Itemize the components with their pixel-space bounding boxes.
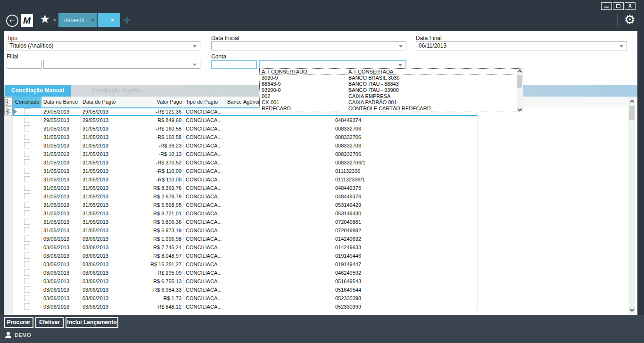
conciliado-checkbox[interactable]: [24, 185, 30, 191]
conciliado-checkbox[interactable]: [24, 193, 30, 199]
empty-cell: [378, 277, 478, 286]
filial-code-input[interactable]: [7, 60, 41, 69]
column-header-conciliado[interactable]: Conciliado: [13, 97, 41, 107]
table-row[interactable]: 31/05/201331/05/2013R$ 9.806,36CONCILIAC…: [13, 218, 478, 226]
scroll-down-icon[interactable]: [518, 106, 522, 111]
conciliado-checkbox[interactable]: [24, 210, 30, 216]
grid-config-button[interactable]: [4, 97, 13, 106]
toolbar-tab-dataedit[interactable]: dataedit ×: [58, 13, 97, 27]
conciliado-checkbox[interactable]: [24, 253, 30, 259]
conta-dropdown-item[interactable]: 002CAIXA EMPRESA: [260, 93, 517, 99]
scroll-up-icon[interactable]: [630, 99, 634, 104]
back-button[interactable]: ←: [6, 15, 18, 27]
table-row[interactable]: 03/06/201303/06/2013R$ 6.755,13CONCILIAC…: [13, 277, 478, 286]
efetivar-button[interactable]: Efetivar: [35, 317, 64, 328]
conciliado-checkbox[interactable]: [24, 270, 30, 276]
table-row[interactable]: 31/05/201331/05/2013R$ 8.721,01CONCILIAC…: [13, 209, 478, 218]
conciliado-checkbox[interactable]: [24, 236, 30, 242]
empty-cell: [378, 175, 478, 184]
conta-dropdown-item[interactable]: CX-001CAIXA PADRÃO 001: [260, 99, 517, 106]
conciliado-checkbox[interactable]: [24, 261, 30, 267]
conta-dropdown-item[interactable]: 3030-9BANCO BRASIL 3030: [260, 75, 517, 81]
data-do-pagto-cell: 31/05/2013: [81, 150, 121, 158]
table-row[interactable]: 31/05/201331/05/2013-R$ 110,00CONCILIACA…: [13, 175, 478, 184]
table-row[interactable]: 03/06/201303/06/2013R$ 7.745,24CONCILIAC…: [13, 243, 478, 252]
agencia-cell: [241, 175, 266, 184]
filial-combo[interactable]: [43, 60, 200, 69]
grid-vertical-scrollbar[interactable]: [628, 97, 635, 314]
conciliado-checkbox[interactable]: [24, 176, 30, 182]
dropdown-scrollbar-thumb[interactable]: [517, 75, 522, 88]
conta-dropdown-item[interactable]: REDECARDCONTROLE CARTÃO REDECARD: [260, 106, 517, 112]
conciliado-checkbox[interactable]: [24, 244, 30, 250]
conta-dropdown-item[interactable]: 88843-9BANCO ITAU - 88843: [260, 81, 517, 87]
empty-cell: [378, 158, 478, 167]
table-row[interactable]: 31/05/201331/05/2013-R$ 370,52CONCILIACA…: [13, 158, 478, 167]
procurar-button[interactable]: Procurar: [4, 317, 33, 328]
table-row[interactable]: 03/06/201303/06/2013R$ 6.984,33CONCILIAC…: [13, 286, 478, 294]
conciliado-checkbox[interactable]: [24, 134, 30, 140]
table-row[interactable]: 03/06/201303/06/2013R$ 295,09CONCILIACA.…: [13, 269, 478, 277]
conciliado-checkbox[interactable]: [24, 151, 30, 157]
conciliado-checkbox[interactable]: [24, 202, 30, 208]
column-header-tipo-de-pagto[interactable]: Tipo de Pagto: [184, 97, 225, 107]
conta-combo[interactable]: [259, 60, 406, 69]
conciliado-checkbox[interactable]: [24, 125, 30, 131]
add-tab-button[interactable]: [124, 17, 130, 24]
valor-pago-cell: R$ 8.048,97: [121, 252, 184, 260]
table-row[interactable]: 31/05/201331/05/2013R$ 8.369,76CONCILIAC…: [13, 184, 478, 192]
empty-cell: [266, 235, 333, 243]
favorites-button[interactable]: ★: [40, 12, 50, 26]
column-header-data-do-pagto[interactable]: Data do Pagto: [81, 97, 121, 107]
table-row[interactable]: 03/06/201303/06/2013R$ 1,73CONCILIACA...…: [13, 294, 478, 302]
table-row[interactable]: 31/05/201331/05/2013R$ 5.973,19CONCILIAC…: [13, 226, 478, 235]
grid-scrollbar-thumb[interactable]: [629, 106, 635, 120]
user-name: DEMO: [15, 332, 31, 338]
tab-conciliacao-manual[interactable]: Conciliação Manual: [5, 85, 71, 97]
data-inicial-combo[interactable]: [211, 41, 406, 50]
column-header-valor-pago[interactable]: Valor Pago: [121, 97, 184, 107]
table-row[interactable]: 31/05/201331/05/2013-R$ 10,13CONCILIACA.…: [13, 150, 478, 158]
conciliado-checkbox[interactable]: [24, 227, 30, 233]
conciliado-checkbox[interactable]: [24, 286, 30, 293]
table-row[interactable]: 31/05/201331/05/2013R$ 5.568,95CONCILIAC…: [13, 201, 478, 209]
conciliado-checkbox[interactable]: [24, 219, 30, 225]
dropdown-scrollbar[interactable]: [517, 69, 523, 112]
conciliado-checkbox[interactable]: [24, 142, 30, 148]
table-row[interactable]: 29/05/201329/05/2013R$ 849,60CONCILIACA.…: [13, 116, 478, 124]
conciliado-checkbox[interactable]: [24, 295, 30, 301]
close-tab-icon[interactable]: ×: [91, 17, 94, 24]
conciliado-checkbox[interactable]: [24, 117, 30, 123]
scroll-up-icon[interactable]: [518, 69, 522, 74]
table-row[interactable]: 31/05/201331/05/2013R$ 2.678,79CONCILIAC…: [13, 192, 478, 201]
conciliado-checkbox[interactable]: [24, 159, 30, 165]
table-row[interactable]: 31/05/201331/05/2013-R$ 160,58CONCILIACA…: [13, 124, 478, 133]
table-row[interactable]: 31/05/201331/05/2013-R$ 160,58CONCILIACA…: [13, 133, 478, 141]
conciliado-checkbox[interactable]: [24, 278, 30, 284]
close-tab-icon[interactable]: ×: [111, 17, 114, 24]
settings-gear-icon[interactable]: ⚙: [624, 12, 636, 27]
column-header-banco[interactable]: Banco: [225, 97, 241, 107]
table-row[interactable]: 03/06/201303/06/2013R$ 1.996,98CONCILIAC…: [13, 235, 478, 243]
inclui-lancamento-button[interactable]: Inclui Lançamento: [66, 317, 118, 328]
conciliado-checkbox[interactable]: [24, 168, 30, 174]
table-row[interactable]: 03/06/201303/06/2013R$ 8.048,97CONCILIAC…: [13, 252, 478, 260]
table-row[interactable]: 03/06/201303/06/2013R$ 15.281,27CONCILIA…: [13, 260, 478, 269]
table-row[interactable]: 03/06/201303/06/2013R$ 848,12CONCILIACA.…: [13, 302, 478, 311]
tipo-combo[interactable]: Títulos (Analítico): [7, 41, 200, 50]
data-final-combo[interactable]: 06/11/2013: [416, 41, 627, 50]
table-row[interactable]: 31/05/201331/05/2013-R$ 39,23CONCILIACA.…: [13, 141, 478, 150]
conciliado-checkbox[interactable]: [24, 108, 30, 114]
minimize-button[interactable]: [601, 2, 612, 10]
conta-dropdown-item[interactable]: 93900-0BANCO ITAU - 93900: [260, 87, 517, 93]
conta-dropdown-item[interactable]: A.T CONSERTADOA.T CONSERTADA: [260, 69, 517, 75]
conta-code-input[interactable]: [211, 60, 257, 69]
multi-select-button[interactable]: [4, 106, 13, 115]
scroll-down-icon[interactable]: [630, 307, 634, 311]
maximize-button[interactable]: [613, 2, 624, 10]
conciliado-checkbox[interactable]: [24, 303, 30, 310]
table-row[interactable]: 31/05/201331/05/2013-R$ 110,00CONCILIACA…: [13, 167, 478, 175]
toolbar-tab-active[interactable]: ×: [98, 13, 120, 27]
close-window-button[interactable]: X: [625, 2, 636, 10]
column-header-data-no-banco[interactable]: Data no Banco: [41, 97, 81, 107]
